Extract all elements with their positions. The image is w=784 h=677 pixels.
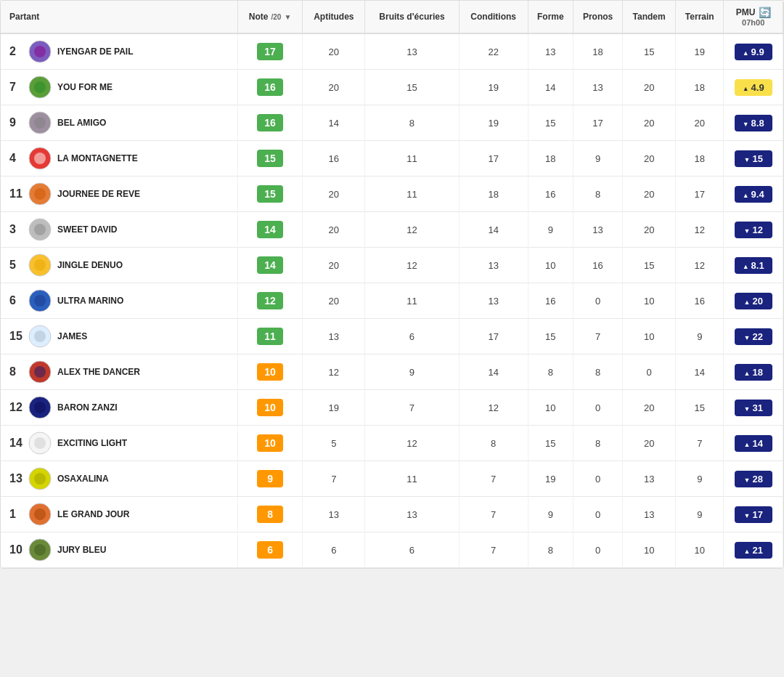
pmu-badge: 9.4 <box>735 186 772 203</box>
jockey-icon <box>28 147 52 170</box>
svg-point-13 <box>34 259 46 271</box>
arrow-up-icon <box>743 367 750 378</box>
jockey-icon <box>28 538 52 562</box>
pronos-cell: 18 <box>573 33 623 70</box>
note-badge: 12 <box>257 292 283 309</box>
bruits-cell: 12 <box>365 248 460 283</box>
tandem-cell: 10 <box>623 283 676 319</box>
refresh-icon[interactable]: 🔄 <box>759 7 771 18</box>
horse-number: 4 <box>9 152 23 165</box>
forme-cell: 18 <box>528 141 573 177</box>
bruits-cell: 13 <box>365 497 460 532</box>
horse-number: 15 <box>9 330 23 343</box>
horse-name: BARON ZANZI <box>57 402 118 413</box>
partant-cell-9: 8 ALEX THE DANCER <box>1 354 237 390</box>
horse-name: JINGLE DENUO <box>57 260 123 270</box>
aptitudes-cell: 6 <box>303 532 365 568</box>
header-forme: Forme <box>528 1 573 33</box>
note-cell: 15 <box>237 141 303 177</box>
header-note[interactable]: Note /20 ▼ <box>237 1 303 33</box>
horse-name: BEL AMIGO <box>57 118 106 128</box>
table-row: 1 LE GRAND JOUR 8 13 13 7 9 0 13 9 17 <box>1 497 783 532</box>
horse-number: 13 <box>9 472 23 485</box>
conditions-cell: 12 <box>459 390 528 426</box>
partant-cell-6: 5 JINGLE DENUO <box>1 248 237 283</box>
pronos-cell: 13 <box>573 212 623 248</box>
header-bruits: Bruits d'écuries <box>365 1 460 33</box>
conditions-cell: 13 <box>459 283 528 319</box>
pmu-badge: 12 <box>735 222 772 238</box>
horse-name: SWEET DAVID <box>57 224 117 235</box>
terrain-cell: 12 <box>676 248 724 283</box>
pronos-cell: 16 <box>573 248 623 283</box>
table-row: 10 JURY BLEU 6 6 6 7 8 0 10 10 21 <box>1 532 783 568</box>
pronos-cell: 0 <box>573 461 623 497</box>
terrain-cell: 18 <box>676 70 724 105</box>
jockey-icon <box>28 289 52 312</box>
bruits-cell: 6 <box>365 532 460 568</box>
tandem-cell: 13 <box>623 461 676 497</box>
pmu-badge: 9.9 <box>735 44 772 60</box>
forme-cell: 10 <box>528 248 573 283</box>
terrain-cell: 15 <box>676 390 724 426</box>
arrow-up-icon <box>743 82 749 93</box>
horse-number: 5 <box>9 259 23 272</box>
note-cell: 12 <box>237 283 303 319</box>
bruits-cell: 11 <box>365 177 460 212</box>
pmu-cell: 22 <box>724 319 783 354</box>
tandem-cell: 20 <box>623 212 676 248</box>
bruits-cell: 9 <box>365 354 460 390</box>
pmu-badge: 20 <box>735 293 772 309</box>
partant-cell-12: 13 OSAXALINA <box>1 461 237 497</box>
forme-cell: 19 <box>528 461 573 497</box>
pronos-cell: 13 <box>573 70 623 105</box>
note-cell: 17 <box>237 33 303 70</box>
aptitudes-cell: 20 <box>303 212 365 248</box>
horse-name: ALEX THE DANCER <box>57 367 140 377</box>
conditions-cell: 22 <box>459 33 528 70</box>
note-badge: 14 <box>257 221 283 238</box>
header-conditions: Conditions <box>459 1 528 33</box>
conditions-cell: 7 <box>459 532 528 568</box>
note-badge: 10 <box>257 399 283 416</box>
arrow-up-icon <box>743 189 749 200</box>
conditions-cell: 19 <box>459 70 528 105</box>
aptitudes-cell: 14 <box>303 105 365 141</box>
horse-number: 10 <box>9 543 23 556</box>
note-badge: 6 <box>257 541 283 559</box>
note-badge: 16 <box>257 78 283 96</box>
aptitudes-cell: 16 <box>303 141 365 177</box>
jockey-icon <box>28 76 52 99</box>
pronos-cell: 0 <box>573 497 623 532</box>
forme-cell: 15 <box>528 319 573 354</box>
pmu-cell: 8.8 <box>724 105 783 141</box>
forme-cell: 13 <box>528 33 573 70</box>
horse-number: 1 <box>9 508 23 521</box>
bruits-cell: 12 <box>365 212 460 248</box>
pmu-cell: 18 <box>724 354 783 390</box>
svg-point-19 <box>34 366 46 378</box>
jockey-icon <box>28 111 52 134</box>
table-row: 11 JOURNEE DE REVE 15 20 11 18 16 8 20 1… <box>1 177 783 212</box>
forme-cell: 9 <box>528 212 573 248</box>
horse-number: 7 <box>9 81 23 94</box>
pmu-cell: 4.9 <box>724 70 783 105</box>
pmu-cell: 12 <box>724 212 783 248</box>
pronos-cell: 8 <box>573 354 623 390</box>
note-cell: 10 <box>237 354 303 390</box>
pmu-badge: 4.9 <box>735 79 772 96</box>
conditions-cell: 13 <box>459 248 528 283</box>
table-row: 2 IYENGAR DE PAIL 17 20 13 22 13 18 15 1… <box>1 33 783 70</box>
pmu-badge: 14 <box>735 435 772 452</box>
aptitudes-cell: 13 <box>303 497 365 532</box>
pronos-cell: 0 <box>573 390 623 426</box>
sort-arrow-icon: ▼ <box>284 13 291 21</box>
svg-point-27 <box>34 508 46 520</box>
partant-cell-2: 9 BEL AMIGO <box>1 105 237 141</box>
jockey-icon <box>28 254 52 277</box>
header-aptitudes: Aptitudes <box>303 1 365 33</box>
pmu-badge: 22 <box>735 328 772 345</box>
note-badge: 10 <box>257 363 283 381</box>
note-badge: 17 <box>257 43 283 60</box>
partant-cell-1: 7 YOU FOR ME <box>1 70 237 105</box>
